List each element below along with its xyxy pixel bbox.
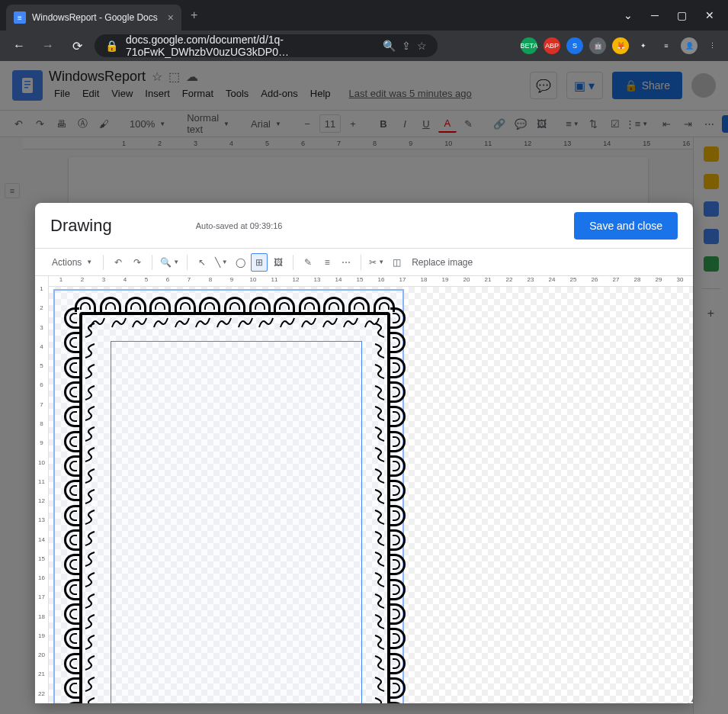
close-icon[interactable]: ✕	[705, 9, 714, 21]
vertical-ruler[interactable]: 12345678910111213141516171819202122	[35, 276, 49, 703]
drawing-toolbar: Actions▼ ↶ ↷ 🔍▼ ↖ ╲▼ ◯ ⊞ 🖼 ✎ ≡ ⋯ ✂▼ ◫ Re…	[35, 249, 693, 276]
share-page-icon[interactable]: ⇪	[402, 40, 411, 52]
search-icon[interactable]: 🔍	[383, 40, 396, 52]
actions-menu[interactable]: Actions▼	[47, 253, 97, 272]
menu-dots-icon[interactable]: ⋮	[704, 37, 720, 54]
star-icon[interactable]: ☆	[417, 40, 427, 52]
horizontal-ruler[interactable]: 1234567891011121314151617181920212223242…	[49, 276, 693, 287]
reload-button[interactable]: ⟳	[66, 34, 88, 57]
address-bar[interactable]: 🔒 docs.google.com/document/d/1q-71oFwK_D…	[95, 34, 438, 57]
extensions-puzzle-icon[interactable]: ✦	[635, 37, 652, 54]
dialog-header: Drawing Auto-saved at 09:39:16 Save and …	[35, 203, 693, 249]
window-controls: ⌄ ─ ▢ ✕	[624, 9, 728, 21]
maximize-icon[interactable]: ▢	[677, 9, 687, 21]
textbox-selection[interactable]	[111, 341, 362, 703]
replace-image-button[interactable]: Replace image	[407, 253, 477, 272]
docs-app: WindowsReport ☆ ⬚ ☁ File Edit View Inser…	[0, 61, 728, 714]
browser-titlebar: ≡ WindowsReport - Google Docs × + ⌄ ─ ▢ …	[0, 0, 728, 31]
autosave-status: Auto-saved at 09:39:16	[196, 221, 283, 230]
browser-tab[interactable]: ≡ WindowsReport - Google Docs ×	[6, 5, 181, 31]
border-weight-button[interactable]: ≡	[319, 253, 335, 272]
reading-list-icon[interactable]: ≡	[658, 37, 675, 54]
tab-title: WindowsReport - Google Docs	[32, 12, 162, 23]
shape-tool[interactable]: ◯	[232, 253, 249, 272]
chevron-down-icon[interactable]: ⌄	[624, 9, 633, 21]
extension-beta-icon[interactable]: BETA	[521, 37, 537, 54]
back-button[interactable]: ←	[8, 34, 30, 57]
url-text: docs.google.com/document/d/1q-71oFwK_DWh…	[126, 34, 375, 58]
crop-button[interactable]: ✂▼	[367, 253, 386, 272]
extension-abp-icon[interactable]: ABP	[544, 37, 560, 54]
extension-s-icon[interactable]: S	[566, 37, 583, 54]
zoom-button[interactable]: 🔍▼	[159, 253, 181, 272]
new-tab-button[interactable]: +	[191, 8, 197, 22]
image-tool[interactable]: 🖼	[270, 253, 287, 272]
drawing-canvas[interactable]	[49, 287, 693, 703]
mask-button[interactable]: ◫	[388, 253, 405, 272]
tab-close-icon[interactable]: ×	[168, 11, 174, 24]
extension-bot-icon[interactable]: 🤖	[589, 37, 606, 54]
line-tool[interactable]: ╲▼	[213, 253, 229, 272]
canvas-area: 12345678910111213141516171819202122 1234…	[35, 276, 693, 703]
redo-button[interactable]: ↷	[129, 253, 146, 272]
selection-frame[interactable]	[53, 289, 404, 703]
minimize-icon[interactable]: ─	[651, 9, 659, 21]
extensions-area: BETA ABP S 🤖 🦊 ✦ ≡ 👤 ⋮	[521, 37, 720, 54]
browser-addressbar: ← → ⟳ 🔒 docs.google.com/document/d/1q-71…	[0, 31, 728, 61]
save-and-close-button[interactable]: Save and close	[574, 212, 678, 240]
border-color-button[interactable]: ✎	[300, 253, 316, 272]
forward-button[interactable]: →	[37, 34, 59, 57]
dialog-title: Drawing	[50, 216, 112, 236]
border-dash-button[interactable]: ⋯	[338, 253, 354, 272]
docs-favicon: ≡	[14, 11, 26, 24]
profile-avatar-icon[interactable]: 👤	[681, 37, 698, 54]
drawing-dialog: Drawing Auto-saved at 09:39:16 Save and …	[35, 203, 693, 703]
undo-button[interactable]: ↶	[110, 253, 127, 272]
extension-fox-icon[interactable]: 🦊	[612, 37, 629, 54]
lock-icon: 🔒	[105, 40, 118, 52]
textbox-tool[interactable]: ⊞	[251, 253, 268, 272]
select-tool[interactable]: ↖	[194, 253, 210, 272]
